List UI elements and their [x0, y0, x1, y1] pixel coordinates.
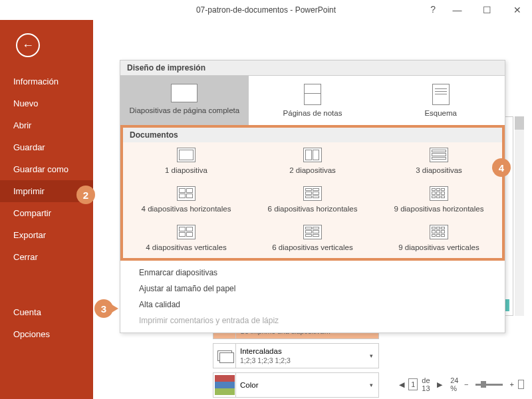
handout-1-icon: [177, 148, 196, 162]
sidebar-item-saveas[interactable]: Guardar como: [0, 158, 93, 180]
callout-badge-4: 4: [492, 158, 511, 177]
handout-9h[interactable]: 9 diapositivas horizontales: [376, 181, 502, 219]
window-controls: — ☐ ✕: [442, 0, 532, 20]
option-frame-slides[interactable]: Enmarcar diapositivas: [120, 265, 505, 281]
print-options-list: Enmarcar diapositivas Ajustar al tamaño …: [120, 261, 505, 332]
layout-outline[interactable]: Esquema: [376, 76, 505, 125]
minimize-button[interactable]: —: [442, 0, 472, 20]
sidebar-item-new[interactable]: Nuevo: [0, 92, 93, 114]
outline-icon: [432, 84, 450, 105]
close-button[interactable]: ✕: [502, 0, 532, 20]
handouts-section: Documentos 1 diapositiva 2 diapositivas …: [120, 125, 505, 261]
page-number-input[interactable]: 1: [408, 378, 418, 390]
handout-9v-icon: [430, 225, 448, 239]
handout-4v-icon: [177, 225, 196, 239]
zoom-out-button[interactable]: −: [464, 380, 468, 388]
callout-badge-2: 2: [76, 186, 95, 204]
handout-4h[interactable]: 4 diapositivas horizontales: [123, 181, 249, 219]
sidebar-item-options[interactable]: Opciones: [0, 323, 93, 345]
collated-icon: [213, 344, 236, 368]
handouts-header: Documentos: [123, 128, 502, 142]
preview-status-bar: ◀ 1 de 13 ▶ 24 % − +: [399, 376, 524, 392]
backstage-sidebar: Información Nuevo Abrir Guardar Guardar …: [0, 20, 93, 399]
handout-4v[interactable]: 4 diapositivas verticales: [123, 219, 249, 258]
handout-6v-icon: [303, 225, 322, 239]
back-button[interactable]: [16, 33, 40, 57]
setting-collated-dropdown[interactable]: Intercaladas1;2;3 1;2;3 1;2;3 ▾: [213, 343, 379, 368]
full-page-icon: [171, 84, 198, 102]
handout-2[interactable]: 2 diapositivas: [249, 142, 376, 181]
handout-2-icon: [303, 148, 322, 162]
sidebar-item-open[interactable]: Abrir: [0, 114, 93, 136]
sidebar-item-save[interactable]: Guardar: [0, 136, 93, 158]
zoom-level-label: 24 %: [450, 376, 460, 392]
callout-badge-3: 3: [94, 299, 113, 318]
handout-4h-icon: [177, 186, 196, 201]
fit-to-window-button[interactable]: [518, 380, 524, 389]
color-icon: [213, 373, 236, 397]
sidebar-item-account[interactable]: Cuenta: [0, 301, 93, 323]
notes-page-icon: [304, 84, 321, 105]
chevron-down-icon: ▾: [370, 352, 373, 359]
zoom-slider[interactable]: [475, 384, 503, 386]
page-count-label: de 13: [422, 376, 432, 392]
option-print-comments: Imprimir comentarios y entrada de lápiz: [120, 313, 505, 329]
next-page-button[interactable]: ▶: [437, 380, 442, 389]
option-high-quality[interactable]: Alta calidad: [120, 297, 505, 313]
setting-color-dropdown[interactable]: Color ▾: [213, 372, 379, 398]
window-title: 07-patron-de-documentos - PowerPoint: [196, 5, 336, 15]
handout-6h[interactable]: 6 diapositivas horizontales: [249, 181, 376, 219]
sidebar-item-share[interactable]: Compartir: [0, 202, 93, 224]
handout-1[interactable]: 1 diapositiva: [123, 142, 249, 181]
handout-9h-icon: [430, 186, 448, 201]
layout-full-page[interactable]: Diapositivas de página completa: [120, 76, 249, 125]
print-content: Diseño de impresión Diapositivas de pági…: [93, 20, 532, 399]
sidebar-item-close[interactable]: Cerrar: [0, 246, 93, 268]
preview-scrollbar[interactable]: [515, 116, 524, 316]
sidebar-item-info[interactable]: Información: [0, 70, 93, 92]
title-bar: 07-patron-de-documentos - PowerPoint ? —…: [0, 0, 532, 20]
maximize-button[interactable]: ☐: [472, 0, 502, 20]
handout-6h-icon: [303, 186, 322, 201]
sidebar-item-export[interactable]: Exportar: [0, 224, 93, 246]
handout-6v[interactable]: 6 diapositivas verticales: [249, 219, 376, 258]
prev-page-button[interactable]: ◀: [399, 380, 404, 389]
zoom-in-button[interactable]: +: [509, 380, 513, 388]
handout-3-icon: [430, 148, 448, 162]
layout-notes-pages[interactable]: Páginas de notas: [249, 76, 377, 125]
help-icon[interactable]: ?: [430, 4, 436, 15]
option-scale-paper[interactable]: Ajustar al tamaño del papel: [120, 281, 505, 297]
print-layout-header: Diseño de impresión: [120, 61, 505, 76]
layout-dropdown-panel: Diseño de impresión Diapositivas de pági…: [120, 60, 505, 333]
handout-9v[interactable]: 9 diapositivas verticales: [376, 219, 502, 258]
handout-3[interactable]: 3 diapositivas: [376, 142, 502, 181]
chevron-down-icon: ▾: [370, 382, 373, 388]
